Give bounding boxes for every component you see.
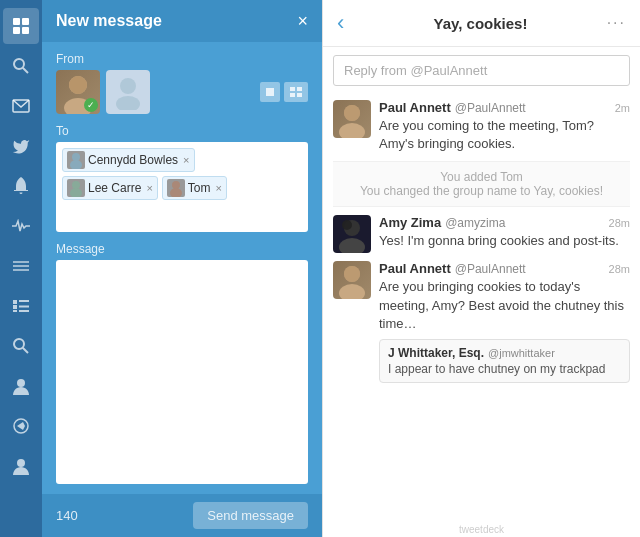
sidebar [0,0,42,537]
discover-icon[interactable] [3,408,39,444]
svg-line-17 [23,348,28,353]
svg-rect-12 [13,305,17,309]
svg-point-26 [116,96,140,110]
svg-rect-27 [266,88,274,96]
svg-point-33 [70,160,82,169]
watermark: tweetdeck [323,522,640,537]
svg-rect-10 [13,300,17,304]
message-row-paul-2: Paul Annett @PaulAnnett 28m Are you brin… [333,261,630,383]
svg-rect-13 [19,306,29,308]
compose-body: From ✓ [42,42,322,494]
to-section: To Cennydd Bowles × [56,124,308,232]
svg-rect-30 [290,93,295,97]
list2-icon[interactable] [3,288,39,324]
search-icon[interactable] [3,48,39,84]
msg-name-paul-2: Paul Annett [379,261,451,276]
svg-point-16 [14,339,24,349]
chip-avatar-tom [167,179,185,197]
msg-header-amy: Amy Zima @amyzima 28m [379,215,630,230]
check-badge: ✓ [84,98,98,112]
back-button[interactable]: ‹ [337,10,344,36]
msg-time-amy: 28m [609,217,630,229]
msg-content-paul-2: Paul Annett @PaulAnnett 28m Are you brin… [379,261,630,383]
chat-panel: ‹ Yay, cookies! ··· Reply from @PaulAnne… [322,0,640,537]
from-avatar-secondary[interactable] [106,70,150,114]
compose-footer: 140 Send message [42,494,322,537]
svg-point-36 [172,181,180,189]
svg-rect-31 [297,93,302,97]
chip-name-lee: Lee Carre [88,181,141,195]
to-label: To [56,124,308,138]
chip-remove-tom[interactable]: × [215,182,221,194]
messages-area: Paul Annett @PaulAnnett 2m Are you comin… [323,94,640,522]
msg-time-paul-2: 28m [609,263,630,275]
msg-text-1: Are you coming to the meeting, Tom? Amy'… [379,117,630,153]
msg-text-amy: Yes! I'm gonna bring cookies and post-it… [379,232,630,250]
svg-point-43 [342,220,352,230]
chip-name-tom: Tom [188,181,211,195]
mail-icon[interactable] [3,88,39,124]
msg-name-amy: Amy Zima [379,215,441,230]
chat-header: ‹ Yay, cookies! ··· [323,0,640,47]
msg-text-paul-2: Are you bringing cookies to today's meet… [379,278,630,333]
profile-icon[interactable] [3,448,39,484]
home-icon[interactable] [3,8,39,44]
svg-rect-2 [13,27,20,34]
message-label: Message [56,242,308,256]
svg-point-4 [14,59,24,69]
svg-point-40 [344,105,360,121]
system-messages: You added Tom You changed the group name… [333,161,630,207]
activity-icon[interactable] [3,208,39,244]
bell-icon[interactable] [3,168,39,204]
message-section: Message [56,242,308,484]
from-grid-view-btn[interactable] [284,82,308,102]
svg-point-45 [339,284,365,299]
msg-avatar-paul-2 [333,261,371,299]
reply-bar[interactable]: Reply from @PaulAnnett [333,55,630,86]
chip-avatar-cennydd [67,151,85,169]
svg-rect-3 [22,27,29,34]
chip-name-cennydd: Cennydd Bowles [88,153,178,167]
svg-rect-0 [13,18,20,25]
list-icon[interactable] [3,248,39,284]
from-row: ✓ [56,70,308,114]
more-button[interactable]: ··· [607,14,626,32]
chip-avatar-lee [67,179,85,197]
send-button[interactable]: Send message [193,502,308,529]
quoted-handle: @jmwhittaker [488,347,555,359]
msg-time-1: 2m [615,102,630,114]
compose-title: New message [56,12,162,30]
msg-handle-paul-2: @PaulAnnett [455,262,526,276]
message-input[interactable] [56,260,308,484]
search3-icon[interactable] [3,328,39,364]
svg-point-46 [344,266,360,282]
close-button[interactable]: × [297,12,308,30]
quoted-text: I appear to have chutney on my trackpad [388,362,621,376]
bird-icon[interactable] [3,128,39,164]
msg-handle-amy: @amyzima [445,216,505,230]
system-msg-1: You added Tom [333,170,630,184]
user2-icon[interactable] [3,368,39,404]
to-row-2: Lee Carre × Tom × [62,176,302,200]
msg-header-paul-2: Paul Annett @PaulAnnett 28m [379,261,630,276]
msg-avatar-paul-1 [333,100,371,138]
svg-marker-20 [17,422,25,430]
from-label: From [56,52,308,66]
message-row-amy: Amy Zima @amyzima 28m Yes! I'm gonna bri… [333,215,630,253]
chip-remove-cennydd[interactable]: × [183,154,189,166]
compose-panel: New message × From ✓ [42,0,322,537]
recipient-chip-cennydd[interactable]: Cennydd Bowles × [62,148,195,172]
recipient-chip-lee[interactable]: Lee Carre × [62,176,158,200]
svg-point-37 [170,188,182,197]
quoted-tweet: J Whittaker, Esq. @jmwhittaker I appear … [379,339,630,383]
svg-point-42 [339,238,365,253]
to-box[interactable]: Cennydd Bowles × Lee Carre × [56,142,308,232]
to-row-1: Cennydd Bowles × [62,148,302,172]
from-avatar-primary[interactable]: ✓ [56,70,100,114]
svg-rect-11 [19,300,29,302]
recipient-chip-tom[interactable]: Tom × [162,176,227,200]
from-single-view-btn[interactable] [260,82,280,102]
chip-remove-lee[interactable]: × [146,182,152,194]
reply-placeholder: Reply from @PaulAnnett [344,63,487,78]
compose-header: New message × [42,0,322,42]
